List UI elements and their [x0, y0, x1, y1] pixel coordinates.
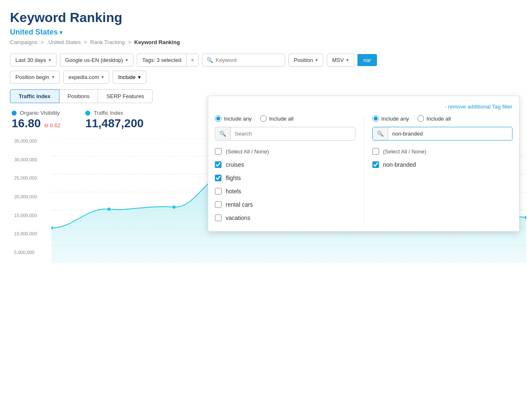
- y-label-10m: 10,000,000: [14, 231, 37, 236]
- include-label: Include: [118, 74, 135, 80]
- chevron-down-icon: ▾: [126, 57, 128, 63]
- right-include-any-option[interactable]: Include any: [372, 115, 409, 122]
- position-label: Position: [294, 57, 313, 63]
- metric-traffic-index: Traffic Index 11,487,200: [85, 110, 143, 130]
- left-rental-cars-label: rental cars: [226, 201, 253, 208]
- right-include-any-radio[interactable]: [372, 115, 379, 122]
- right-item-non-branded[interactable]: non-branded: [372, 158, 513, 171]
- right-search-input[interactable]: [388, 127, 512, 140]
- breadcrumb-rank-tracking[interactable]: Rank Tracking: [90, 39, 125, 45]
- left-radio-row: Include any Include all: [215, 115, 355, 122]
- traffic-index-dot: [85, 111, 90, 116]
- left-hotels-label: hotels: [226, 188, 241, 195]
- date-range-label: Last 30 days: [15, 57, 46, 63]
- position-begin-label: Position begin: [15, 74, 49, 80]
- msv-dropdown[interactable]: MSV ▾: [327, 54, 354, 67]
- left-item-cruises[interactable]: cruises: [215, 158, 355, 171]
- search-icon: 🔍: [215, 127, 231, 140]
- chevron-down-icon: ▾: [346, 57, 349, 63]
- remove-tag-filter-link[interactable]: - remove additional Tag filter: [445, 104, 512, 110]
- left-flights-checkbox[interactable]: [215, 175, 222, 181]
- panels-row: Include any Include all 🔍 (Select All / …: [215, 115, 512, 225]
- left-include-any-radio[interactable]: [215, 115, 222, 122]
- metric-organic-visibility: Organic Visibility 16.80 ⊖ 0.62: [12, 110, 60, 130]
- page-title: Keyword Ranking: [10, 10, 522, 25]
- y-label-5m: 5,000,000: [14, 250, 37, 255]
- left-cruises-checkbox[interactable]: [215, 161, 222, 168]
- organic-visibility-change: ⊖ 0.62: [44, 122, 60, 128]
- y-label-25m: 25,000,000: [14, 175, 37, 180]
- right-include-any-label: Include any: [382, 116, 409, 122]
- close-icon[interactable]: ×: [186, 54, 198, 66]
- search-icon: 🔍: [373, 127, 388, 140]
- traffic-index-value: 11,487,200: [85, 117, 143, 130]
- breadcrumb-campaigns[interactable]: Campaigns: [10, 39, 37, 45]
- breadcrumb: Campaigns > .United States > Rank Tracki…: [10, 39, 522, 45]
- right-select-all-label: (Select All / None): [383, 148, 426, 155]
- right-select-all[interactable]: (Select All / None): [372, 145, 513, 158]
- left-item-hotels[interactable]: hotels: [215, 185, 355, 198]
- include-dropdown[interactable]: Include ▾: [113, 71, 146, 84]
- tab-traffic-index[interactable]: Traffic Index: [10, 89, 59, 103]
- breadcrumb-current: Keyword Ranking: [134, 39, 180, 45]
- left-item-rental-cars[interactable]: rental cars: [215, 198, 355, 211]
- left-rental-cars-checkbox[interactable]: [215, 201, 222, 208]
- left-include-all-radio[interactable]: [260, 115, 267, 122]
- left-item-flights[interactable]: flights: [215, 171, 355, 185]
- traffic-index-label: Traffic Index: [94, 110, 123, 116]
- svg-point-8: [107, 207, 110, 211]
- tab-positions[interactable]: Positions: [59, 89, 99, 103]
- right-non-branded-checkbox[interactable]: [372, 161, 379, 168]
- y-label-20m: 20,000,000: [14, 194, 37, 199]
- nar-button[interactable]: nar: [357, 54, 377, 66]
- left-item-vacations[interactable]: vacations: [215, 211, 355, 225]
- keyword-search-box[interactable]: 🔍: [202, 54, 285, 67]
- left-vacations-checkbox[interactable]: [215, 215, 222, 221]
- right-include-all-radio[interactable]: [417, 115, 424, 122]
- chevron-down-icon: ▾: [59, 29, 62, 36]
- left-cruises-label: cruises: [226, 161, 244, 168]
- y-label-15m: 15,000,000: [14, 213, 37, 218]
- y-label-35m: 35,000,000: [14, 138, 37, 143]
- left-hotels-checkbox[interactable]: [215, 188, 222, 195]
- chevron-down-icon: ▾: [49, 57, 51, 63]
- left-select-all[interactable]: (Select All / None): [215, 145, 355, 158]
- breadcrumb-united-states[interactable]: .United States: [47, 39, 81, 45]
- toolbar-row-2: Position begin ▾ expedia.com ▾ Include ▾: [10, 71, 522, 84]
- chevron-down-icon: ▾: [101, 74, 104, 80]
- left-include-any-label: Include any: [224, 116, 252, 122]
- y-label-30m: 30,000,000: [14, 157, 37, 162]
- engine-dropdown[interactable]: Google us-EN (desktop) ▾: [60, 54, 133, 67]
- right-filter-panel: Include any Include all 🔍 (Select All / …: [364, 115, 513, 225]
- left-include-all-option[interactable]: Include all: [260, 115, 294, 122]
- country-selector[interactable]: United States ▾: [10, 28, 522, 37]
- right-search-box[interactable]: 🔍: [372, 127, 513, 141]
- engine-label: Google us-EN (desktop): [65, 57, 123, 63]
- remove-tag-filter: - remove additional Tag filter: [215, 103, 512, 110]
- organic-visibility-value: 16.80: [12, 117, 41, 130]
- tab-serp-features[interactable]: SERP Features: [98, 89, 153, 103]
- country-label: United States: [10, 28, 58, 37]
- left-search-box[interactable]: 🔍: [215, 127, 355, 141]
- msv-label: MSV: [332, 57, 344, 63]
- left-checkbox-list: (Select All / None) cruises flights hote…: [215, 145, 355, 225]
- left-select-all-checkbox[interactable]: [215, 148, 222, 155]
- down-arrow-icon: ⊖: [44, 122, 49, 128]
- chevron-down-icon: ▾: [52, 74, 54, 80]
- right-select-all-checkbox[interactable]: [372, 148, 379, 155]
- left-filter-panel: Include any Include all 🔍 (Select All / …: [215, 115, 364, 225]
- right-include-all-option[interactable]: Include all: [417, 115, 451, 122]
- left-include-any-option[interactable]: Include any: [215, 115, 252, 122]
- organic-visibility-label: Organic Visibility: [20, 110, 60, 116]
- tags-label[interactable]: Tags: 3 selected: [137, 54, 186, 66]
- tags-filter[interactable]: Tags: 3 selected ×: [137, 54, 199, 67]
- keyword-input[interactable]: [216, 57, 281, 63]
- left-search-input[interactable]: [231, 127, 355, 140]
- chevron-down-icon: ▾: [315, 57, 318, 63]
- left-flights-label: flights: [226, 175, 241, 181]
- position-begin-dropdown[interactable]: Position begin ▾: [10, 71, 60, 84]
- search-icon: 🔍: [207, 57, 213, 63]
- position-dropdown[interactable]: Position ▾: [288, 54, 323, 67]
- date-range-dropdown[interactable]: Last 30 days ▾: [10, 54, 57, 67]
- domain-dropdown[interactable]: expedia.com ▾: [63, 71, 110, 84]
